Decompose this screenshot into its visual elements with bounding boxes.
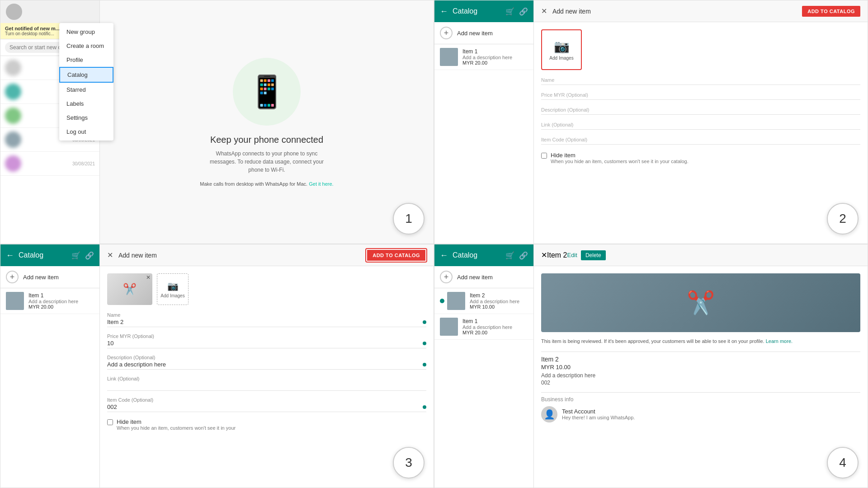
user-avatar [6, 4, 22, 20]
hide-item-label-top: Hide item [551, 152, 689, 159]
item2-header: ✕ Item 2 Edit Delete [534, 244, 868, 266]
biz-account: 👤 Test Account Hey there! I am using Wha… [541, 406, 860, 422]
add-item-body-bottom: ✕ ✂️ 📷 Add Images Name Pr [100, 266, 434, 488]
main-content: 📱 Keep your phone connected WhatsApp con… [100, 0, 434, 244]
back-button[interactable]: ← [440, 7, 448, 16]
scissors-icon: ✂️ [687, 290, 715, 316]
catalog-item-bottom-1[interactable]: Item 1 Add a description here MYR 20.00 [0, 288, 99, 314]
delete-button[interactable]: Delete [581, 250, 606, 260]
cart-icon[interactable]: 🛒 [505, 7, 514, 16]
close-button-top[interactable]: ✕ [541, 7, 547, 15]
desc-dot [423, 363, 426, 366]
link-input-bottom[interactable] [107, 382, 423, 389]
item-info-bottom-1: Item 1 Add a description here MYR 20.00 [28, 292, 78, 310]
biz-desc: Hey there! I am using WhatsApp. [562, 415, 635, 420]
menu-item-create-room[interactable]: Create a room [59, 39, 113, 53]
catalog-sidebar-top: ← Catalog 🛒 🔗 + Add new item Item 1 Add … [434, 0, 534, 244]
item2-title: Item 2 [547, 251, 567, 259]
review-notice: This item is being reviewed. If it's bee… [541, 338, 860, 345]
name-field-top: Name [541, 77, 860, 85]
item-info-br-2: Item 2 Add a description here MYR 10.00 [470, 292, 519, 310]
desc-field-bottom[interactable]: Description (Optional) [107, 355, 426, 370]
item2-image: ✂️ [541, 273, 860, 332]
hide-item-desc-bottom: When you hide an item, customers won't s… [117, 425, 236, 431]
hide-item-checkbox-top[interactable] [541, 153, 547, 159]
item2-code: 002 [541, 380, 860, 386]
item-code-field-top: Item Code (Optional) [541, 137, 860, 145]
context-menu: New group Create a room Profile Catalog … [59, 23, 113, 141]
add-new-label-br: Add new item [457, 274, 493, 281]
panel-title-bottom: Add new item [118, 252, 366, 259]
step-1-circle: 1 [393, 203, 425, 235]
menu-item-settings[interactable]: Settings [59, 111, 113, 125]
cart-icon-br[interactable]: 🛒 [505, 251, 514, 260]
remove-image-button[interactable]: ✕ [146, 274, 151, 281]
divider-2 [541, 392, 860, 393]
item-code-field-bottom[interactable]: Item Code (Optional) [107, 397, 426, 412]
menu-item-labels[interactable]: Labels [59, 97, 113, 111]
avatar [5, 131, 21, 148]
avatar [5, 84, 21, 100]
add-item-panel-bottom: ✕ Add new item ADD TO CATALOG ✕ ✂️ 📷 Add… [100, 244, 434, 488]
back-button-bottom[interactable]: ← [6, 251, 14, 260]
item-thumb-1 [440, 48, 458, 66]
biz-info-title: Business info [541, 396, 860, 403]
panel-title-top: Add new item [552, 8, 802, 15]
learn-more-link[interactable]: Learn more. [766, 338, 793, 344]
add-to-catalog-button-top[interactable]: ADD TO CATALOG [802, 6, 860, 17]
menu-item-logout[interactable]: Log out [59, 125, 113, 139]
catalog-item-1[interactable]: Item 1 Add a description here MYR 20.00 [434, 44, 533, 70]
price-dot [423, 342, 426, 345]
close-button-br[interactable]: ✕ [541, 251, 547, 259]
avatar [5, 60, 21, 76]
add-to-catalog-button-bottom[interactable]: ADD TO CATALOG [366, 249, 426, 262]
catalog-sidebar-br: ← Catalog 🛒 🔗 + Add new item Item 2 Add … [434, 244, 534, 488]
close-button-bottom[interactable]: ✕ [107, 251, 113, 259]
menu-item-catalog[interactable]: Catalog [59, 67, 113, 83]
image-upload-area: ✕ ✂️ 📷 Add Images [107, 273, 426, 305]
plus-icon-br: + [440, 271, 453, 283]
add-new-button-br[interactable]: + Add new item [434, 266, 533, 288]
cart-icon-bottom[interactable]: 🛒 [71, 251, 80, 260]
link-icon[interactable]: 🔗 [519, 7, 528, 16]
scissors-image: ✂️ [107, 273, 152, 305]
add-images-placeholder[interactable]: 📷 Add Images [541, 29, 582, 70]
hide-item-row-bottom[interactable]: Hide item When you hide an item, custome… [107, 418, 426, 431]
menu-item-profile[interactable]: Profile [59, 53, 113, 67]
desc-input-bottom[interactable] [107, 361, 423, 368]
catalog-title: Catalog [453, 7, 505, 15]
hide-item-row-top[interactable]: Hide item When you hide an item, custome… [541, 152, 860, 164]
avatar [5, 155, 21, 172]
catalog-item-br-2[interactable]: Item 2 Add a description here MYR 10.00 [434, 288, 533, 314]
header-icons-bottom: 🛒 🔗 [71, 251, 94, 260]
menu-item-starred[interactable]: Starred [59, 83, 113, 97]
name-input-bottom[interactable] [107, 319, 423, 325]
edit-button[interactable]: Edit [567, 252, 577, 258]
item-code-input-bottom[interactable] [107, 404, 423, 410]
catalog-sidebar-bottom: ← Catalog 🛒 🔗 + Add new item Item 1 Add … [0, 244, 100, 488]
add-new-button-top[interactable]: + Add new item [434, 22, 533, 44]
header-icons: 🛒 🔗 [505, 7, 528, 16]
header-icons-br: 🛒 🔗 [505, 251, 528, 260]
back-button-br[interactable]: ← [440, 251, 448, 260]
price-input-bottom[interactable] [107, 340, 423, 347]
link-icon-bottom[interactable]: 🔗 [85, 251, 94, 260]
link-field-bottom[interactable]: Link (Optional) [107, 376, 426, 391]
add-item-header-top: ✕ Add new item ADD TO CATALOG [534, 0, 868, 22]
catalog-title-br: Catalog [453, 251, 505, 259]
hide-item-label-bottom: Hide item [117, 418, 236, 425]
item-info-1: Item 1 Add a description here MYR 20.00 [462, 48, 512, 66]
uploaded-image: ✕ ✂️ [107, 273, 152, 305]
phone-icon: 📱 [247, 73, 287, 110]
list-item[interactable]: 30/08/2021 [0, 152, 99, 176]
name-field-bottom[interactable]: Name [107, 312, 426, 327]
mac-link[interactable]: Get it here. [309, 181, 333, 187]
hide-item-checkbox-bottom[interactable] [107, 419, 113, 425]
biz-name: Test Account [562, 408, 635, 415]
catalog-item-br-1[interactable]: Item 1 Add a description here MYR 20.00 [434, 314, 533, 340]
price-field-bottom[interactable]: Price MYR (Optional) [107, 333, 426, 348]
menu-item-new-group[interactable]: New group [59, 25, 113, 39]
add-images-box[interactable]: 📷 Add Images [157, 273, 189, 305]
link-icon-br[interactable]: 🔗 [519, 251, 528, 260]
add-new-button-bottom[interactable]: + Add new item [0, 266, 99, 288]
